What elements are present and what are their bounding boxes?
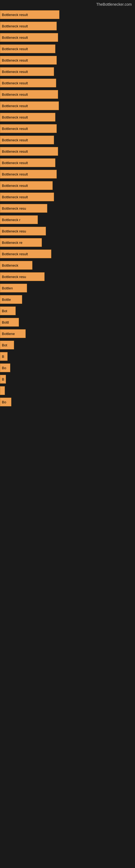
bottleneck-bar[interactable]: Bottl — [0, 318, 19, 327]
site-title: TheBottlenecker.com — [0, 0, 135, 8]
bottleneck-bar[interactable]: Bottleneck result — [0, 181, 53, 190]
bottleneck-bar[interactable]: Bot — [0, 307, 16, 315]
bar-row: Bottleneck result — [0, 21, 135, 31]
bottleneck-bar[interactable]: Bottleneck result — [0, 79, 56, 87]
bar-row: Bottleneck result — [0, 123, 135, 134]
bottleneck-bar[interactable]: Bottleneck result — [0, 44, 55, 53]
bottleneck-bar[interactable]: Bo — [0, 364, 10, 372]
bar-row: B — [0, 351, 135, 362]
bottleneck-bar[interactable]: Bo — [0, 398, 11, 406]
bottleneck-bar[interactable]: Bottleneck result — [0, 124, 57, 133]
bar-row: Bottleneck result — [0, 169, 135, 180]
bar-row: Bottleneck result — [0, 112, 135, 123]
bottleneck-bar[interactable]: Bottleneck result — [0, 90, 58, 99]
bottleneck-bar[interactable]: Bottleneck result — [0, 170, 57, 179]
bottleneck-bar[interactable]: Bot — [0, 341, 14, 349]
bars-container: Bottleneck resultBottleneck resultBottle… — [0, 8, 135, 410]
bar-row: Bo — [0, 397, 135, 407]
bottleneck-bar[interactable]: Bottleneck re — [0, 238, 42, 247]
bar-row: B — [0, 374, 135, 384]
bar-row — [0, 385, 135, 396]
bar-row: Bottleneck result — [0, 248, 135, 259]
bottleneck-bar[interactable]: Bottleneck result — [0, 33, 58, 42]
bottleneck-bar[interactable]: Bottleneck resu — [0, 204, 47, 213]
bottleneck-bar[interactable]: Bottleneck result — [0, 193, 54, 201]
bar-row: Bottle — [0, 294, 135, 305]
bottleneck-bar[interactable]: Bottleneck — [0, 261, 32, 270]
bottleneck-bar[interactable]: Bottleneck result — [0, 135, 54, 144]
bar-row: Bottleneck r — [0, 214, 135, 225]
bottleneck-bar[interactable]: Bottleneck resu — [0, 272, 45, 281]
bar-row: Bottlene — [0, 328, 135, 339]
bottleneck-bar[interactable]: Bottle — [0, 295, 22, 304]
bar-row: Bottl — [0, 317, 135, 328]
bottleneck-bar[interactable]: Bottleneck result — [0, 158, 55, 167]
bar-row: Bottleneck result — [0, 146, 135, 157]
bar-row: Bottleneck resu — [0, 203, 135, 214]
bar-row: Bottleneck result — [0, 191, 135, 203]
bar-row: Bottleneck result — [0, 55, 135, 66]
bar-row: Bottleneck result — [0, 78, 135, 88]
bar-row: Bottleneck result — [0, 43, 135, 54]
bottleneck-bar[interactable]: Bottleneck resu — [0, 227, 46, 236]
bar-row: Bottleneck result — [0, 89, 135, 100]
bar-row: Bottleneck result — [0, 100, 135, 111]
bar-row: Bottlen — [0, 283, 135, 293]
bottleneck-bar[interactable]: Bottleneck result — [0, 113, 55, 122]
bar-row: Bottleneck resu — [0, 226, 135, 237]
bottleneck-bar[interactable]: Bottleneck result — [0, 101, 59, 110]
bar-row: Bottleneck result — [0, 66, 135, 77]
bottleneck-bar[interactable]: Bottleneck result — [0, 56, 57, 65]
bottleneck-bar[interactable]: Bottleneck r — [0, 215, 38, 224]
bottleneck-bar[interactable]: Bottlen — [0, 284, 27, 292]
bar-row: Bottleneck re — [0, 237, 135, 248]
bottleneck-bar[interactable]: Bottlene — [0, 329, 26, 338]
bar-row: Bottleneck result — [0, 9, 135, 20]
bar-row: Bottleneck resu — [0, 271, 135, 282]
bottleneck-bar[interactable]: Bottleneck result — [0, 67, 54, 76]
bottleneck-bar[interactable]: Bottleneck result — [0, 250, 51, 258]
bottleneck-bar[interactable]: B — [0, 375, 6, 383]
bar-row: Bo — [0, 362, 135, 373]
bar-row: Bottleneck result — [0, 32, 135, 43]
bottleneck-bar[interactable]: Bottleneck result — [0, 147, 58, 156]
bottleneck-bar[interactable] — [0, 386, 5, 395]
bottleneck-bar[interactable]: B — [0, 352, 8, 361]
bar-row: Bottleneck result — [0, 157, 135, 168]
bar-row: Bottleneck result — [0, 180, 135, 191]
bar-row: Bottleneck result — [0, 134, 135, 145]
bar-row: Bottleneck — [0, 260, 135, 271]
bottleneck-bar[interactable]: Bottleneck result — [0, 10, 59, 19]
bottleneck-bar[interactable]: Bottleneck result — [0, 22, 57, 30]
bar-row: Bot — [0, 340, 135, 350]
bar-row: Bot — [0, 305, 135, 316]
